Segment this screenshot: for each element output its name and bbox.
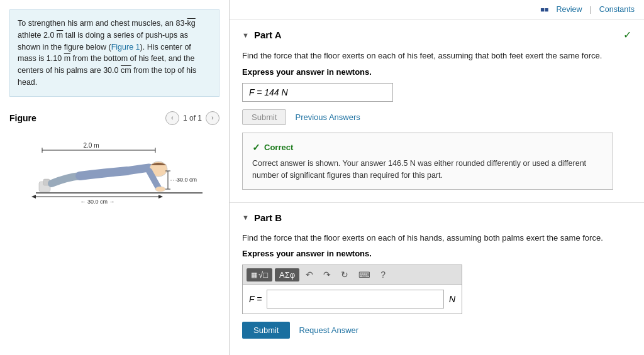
part-b-collapse-button[interactable]: ▼ [242, 214, 249, 221]
svg-text:30.0 cm: 30.0 cm [177, 177, 197, 183]
figure-page-indicator: 1 of 1 [183, 114, 202, 123]
eq-redo-button[interactable]: ↷ [319, 268, 335, 281]
review-icon: ■■ [540, 6, 548, 13]
part-a-collapse-button[interactable]: ▼ [242, 31, 249, 39]
part-a-express-label: Express your answer in newtons. [242, 67, 631, 77]
part-b-question: Find the force that the floor exerts on … [242, 232, 631, 244]
part-a-title: Part A [254, 30, 282, 40]
svg-marker-16 [31, 195, 36, 199]
part-b-title: Part B [254, 212, 282, 223]
part-a-section: ▼ Part A ✓ Find the force that the floor… [230, 19, 644, 202]
eq-sqrt-icon: √□ [258, 270, 268, 280]
right-panel: ■■ Review | Constants ▼ Part A ✓ Find th… [230, 0, 644, 355]
eq-unit-label: N [449, 294, 455, 304]
svg-marker-17 [158, 195, 163, 199]
eq-help-button[interactable]: ? [377, 268, 389, 281]
svg-text:← 30.0 cm →: ← 30.0 cm → [80, 199, 114, 205]
top-bar: ■■ Review | Constants [230, 0, 644, 19]
part-a-answer-display: F = 144 N [242, 83, 393, 102]
part-b-submit-button[interactable]: Submit [242, 322, 290, 339]
problem-text-box: To strengthen his arm and chest muscles,… [9, 9, 219, 97]
figure-link[interactable]: Figure 1 [111, 43, 140, 52]
figure-section: Figure ‹ 1 of 1 › 2.0 m [0, 111, 229, 212]
eq-f-label: F = [249, 294, 262, 304]
part-b-express-label: Express your answer in newtons. [242, 249, 631, 258]
svg-point-9 [155, 187, 165, 192]
constants-link[interactable]: Constants [599, 5, 635, 14]
part-a-answer-value: F = 144 N [249, 87, 288, 97]
review-link[interactable]: Review [556, 5, 582, 14]
part-b-request-answer-link[interactable]: Request Answer [299, 325, 358, 335]
part-a-correct-header: ✓ Correct [252, 141, 603, 155]
eq-refresh-button[interactable]: ↻ [337, 268, 352, 281]
part-a-checkmark: ✓ [623, 29, 631, 41]
separator: | [589, 5, 591, 14]
correct-label: Correct [264, 141, 293, 154]
part-b-answer-input[interactable] [267, 290, 444, 309]
eq-keyboard-button[interactable]: ⌨ [355, 268, 374, 281]
part-a-question: Find the force that the floor exerts on … [242, 50, 631, 62]
equation-editor: ▦ √□ ΑΣφ ↶ ↷ ↻ ⌨ ? F = N [242, 265, 462, 314]
part-a-header: ▼ Part A ✓ [242, 29, 631, 41]
eq-input-row: F = N [243, 285, 462, 314]
correct-check-icon: ✓ [252, 141, 260, 155]
eq-undo-button[interactable]: ↶ [302, 268, 317, 281]
part-a-buttons: Submit Previous Answers [242, 109, 631, 125]
figure-prev-button[interactable]: ‹ [165, 111, 179, 125]
part-b-header: ▼ Part B [242, 212, 631, 223]
part-a-correct-text: Correct answer is shown. Your answer 146… [252, 158, 603, 182]
svg-text:2.0 m: 2.0 m [83, 142, 99, 149]
left-panel: To strengthen his arm and chest muscles,… [0, 0, 230, 355]
eq-toolbar: ▦ √□ ΑΣφ ↶ ↷ ↻ ⌨ ? [243, 265, 462, 285]
figure-nav-controls: ‹ 1 of 1 › [165, 111, 219, 125]
part-b-actions: Submit Request Answer [242, 322, 631, 339]
part-a-correct-box: ✓ Correct Correct answer is shown. Your … [242, 133, 613, 190]
part-a-prev-answers-link[interactable]: Previous Answers [295, 112, 360, 122]
figure-header: Figure ‹ 1 of 1 › [9, 111, 219, 125]
part-a-submit-button[interactable]: Submit [242, 109, 286, 125]
figure-next-button[interactable]: › [206, 111, 219, 125]
eq-main-button[interactable]: ▦ √□ [247, 268, 272, 281]
problem-text: To strengthen his arm and chest muscles,… [18, 19, 196, 87]
figure-image-container: 2.0 m [9, 130, 219, 212]
eq-greek-button[interactable]: ΑΣφ [275, 268, 299, 281]
eq-matrix-icon: ▦ [251, 271, 257, 279]
figure-title: Figure [9, 113, 36, 123]
figure-svg: 2.0 m [17, 136, 212, 205]
part-b-section: ▼ Part B Find the force that the floor e… [230, 202, 644, 352]
